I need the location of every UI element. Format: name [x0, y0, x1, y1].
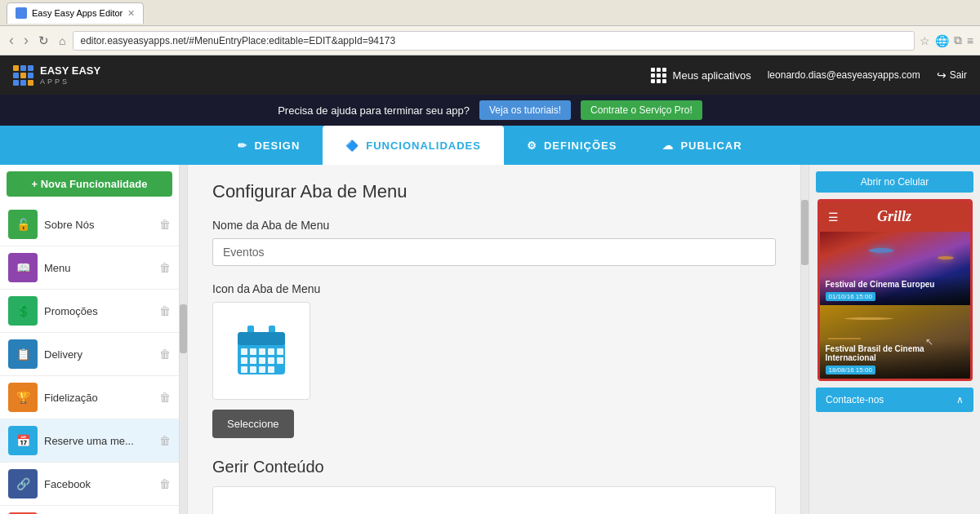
svg-rect-3: [238, 332, 285, 345]
contacte-label: Contacte-nos: [826, 394, 884, 405]
preview-panel: Abrir no Celular ☰ Grillz Festival de Ci…: [808, 165, 980, 514]
browser-nav: ‹ › ↻ ⌂ ☆ 🌐 ⧉ ≡: [0, 26, 980, 55]
logo-area: EASY EASY APPS: [13, 64, 100, 86]
event-1-overlay: Festival de Cinema Europeu 01/10/16 15:0…: [820, 276, 970, 305]
phone-header: ☰ Grillz: [820, 202, 970, 232]
pro-button[interactable]: Contrate o Serviço Pro!: [581, 100, 702, 120]
nome-field-label: Nome da Aba de Menu: [212, 219, 776, 232]
meus-aplicativos-button[interactable]: Meus aplicativos: [651, 68, 751, 83]
nav-home-button[interactable]: ⌂: [56, 34, 68, 47]
sidebar-item-fidelizacao[interactable]: 🏆 Fidelização 🗑: [0, 376, 179, 419]
svg-rect-11: [259, 357, 265, 364]
abrir-celular-button[interactable]: Abrir no Celular: [816, 171, 973, 193]
event-2-overlay: Festival Brasil de Cinema Internacional …: [820, 340, 970, 379]
sobre-nos-label: Sobre Nós: [44, 219, 153, 231]
publicar-icon: ☁: [662, 140, 674, 152]
menu-icon[interactable]: ≡: [967, 34, 973, 47]
icon-field-label: Icon da Aba de Menu: [212, 282, 776, 295]
nav-tabs-bar: ✏ DESIGN 🔷 FUNCIONALIDADES ⚙ DEFINIÇÕES …: [0, 126, 980, 165]
seleccione-button[interactable]: Seleccione: [212, 410, 294, 438]
reserve-delete-icon[interactable]: 🗑: [159, 434, 171, 447]
nav-refresh-button[interactable]: ↻: [36, 33, 51, 48]
apps-label: Meus aplicativos: [673, 69, 751, 82]
sidebar-item-menu[interactable]: 📖 Menu 🗑: [0, 246, 179, 290]
sair-button[interactable]: ↪ Sair: [937, 69, 967, 82]
svg-rect-12: [268, 357, 274, 364]
content-area: Configurar Aba de Menu Nome da Aba de Me…: [188, 165, 800, 514]
tutorials-button[interactable]: Veja os tutoriais!: [479, 100, 571, 120]
logo-main-text: EASY EASY: [40, 64, 100, 78]
sidebar-item-sobre-nos[interactable]: 🔓 Sobre Nós 🗑: [0, 203, 179, 246]
promocoes-icon: 💲: [8, 296, 38, 326]
tab-definicoes[interactable]: ⚙ DEFINIÇÕES: [504, 126, 639, 165]
funcionalidades-icon: 🔷: [345, 140, 359, 152]
menu-label: Menu: [44, 262, 153, 274]
event-1-image: Festival de Cinema Europeu 01/10/16 15:0…: [820, 232, 970, 305]
event-2-date: 18/08/16 15:00: [826, 366, 875, 374]
sair-label: Sair: [950, 69, 967, 81]
promocoes-label: Promoções: [44, 305, 153, 317]
gerir-title: Gerir Conteúdo: [212, 458, 776, 476]
facebook-label: Facebook: [44, 478, 153, 490]
delivery-delete-icon[interactable]: 🗑: [159, 348, 171, 361]
sidebar: + Nova Funcionalidade 🔓 Sobre Nós 🗑 📖 Me…: [0, 165, 180, 514]
svg-rect-5: [250, 348, 256, 355]
sidebar-item-promocoes[interactable]: 💲 Promoções 🗑: [0, 290, 179, 333]
window-icon[interactable]: ⧉: [954, 33, 962, 47]
reserve-icon: 📅: [8, 426, 38, 455]
svg-rect-13: [277, 357, 283, 364]
phone-app-title: Grillz: [877, 208, 911, 225]
sobre-nos-icon: 🔓: [8, 210, 38, 239]
facebook-icon: 🔗: [8, 469, 38, 498]
tab-close-icon[interactable]: ✕: [127, 8, 135, 19]
content-scroll[interactable]: [800, 165, 808, 514]
sidebar-item-fotos[interactable]: 🖼 Fotos 🗑: [0, 506, 179, 514]
bookmark-icon[interactable]: ☆: [920, 34, 930, 47]
sair-icon: ↪: [937, 69, 947, 82]
sidebar-item-facebook[interactable]: 🔗 Facebook 🗑: [0, 463, 179, 506]
nav-back-button[interactable]: ‹: [7, 32, 16, 49]
nav-forward-button[interactable]: ›: [21, 32, 31, 49]
svg-rect-7: [268, 348, 274, 355]
sidebar-item-reserve[interactable]: 📅 Reserve uma me... 🗑: [0, 419, 179, 463]
globe-icon[interactable]: 🌐: [935, 34, 949, 47]
funcionalidades-label: FUNCIONALIDADES: [366, 140, 481, 152]
tab-design[interactable]: ✏ DESIGN: [215, 126, 323, 165]
address-bar[interactable]: [73, 31, 914, 51]
logo-grid-icon: [13, 65, 33, 86]
nome-field-group: Nome da Aba de Menu: [212, 219, 776, 266]
design-label: DESIGN: [254, 140, 300, 152]
sidebar-scroll[interactable]: [180, 165, 188, 514]
gerir-section: Gerir Conteúdo: [212, 458, 776, 514]
event-2-title: Festival Brasil de Cinema Internacional: [826, 344, 964, 362]
svg-rect-8: [277, 348, 283, 355]
menu-icon-sidebar: 📖: [8, 253, 38, 282]
promocoes-delete-icon[interactable]: 🗑: [159, 304, 171, 317]
facebook-delete-icon[interactable]: 🗑: [159, 477, 171, 490]
contacte-nos-bar[interactable]: Contacte-nos ∧: [816, 388, 973, 412]
tab-publicar[interactable]: ☁ PUBLICAR: [639, 126, 764, 165]
tab-funcionalidades[interactable]: 🔷 FUNCIONALIDADES: [323, 126, 504, 165]
section-title: Configurar Aba de Menu: [212, 181, 776, 202]
sobre-nos-delete-icon[interactable]: 🗑: [159, 218, 171, 231]
browser-tab[interactable]: Easy Easy Apps Editor ✕: [7, 2, 144, 24]
svg-rect-10: [250, 357, 256, 364]
calendar-icon: [233, 322, 290, 379]
browser-chrome: Easy Easy Apps Editor ✕: [0, 0, 980, 26]
nova-funcionalidade-button[interactable]: + Nova Funcionalidade: [7, 171, 172, 197]
svg-rect-15: [250, 366, 256, 373]
nome-field-input[interactable]: [212, 238, 776, 266]
menu-delete-icon[interactable]: 🗑: [159, 261, 171, 274]
delivery-label: Delivery: [44, 348, 153, 361]
gerir-content-area: [212, 486, 776, 514]
sidebar-item-delivery[interactable]: 📋 Delivery 🗑: [0, 333, 179, 376]
phone-hamburger-icon: ☰: [828, 210, 839, 224]
app-header: EASY EASY APPS Meus aplicativos leonardo…: [0, 55, 980, 95]
fidelizacao-delete-icon[interactable]: 🗑: [159, 391, 171, 404]
svg-rect-6: [259, 348, 265, 355]
apps-grid-icon: [651, 68, 666, 83]
header-right: Meus aplicativos leonardo.dias@easyeasya…: [651, 68, 967, 83]
icon-field-group: Icon da Aba de Menu: [212, 282, 776, 438]
svg-rect-14: [241, 366, 247, 373]
user-email: leonardo.dias@easyeasyapps.com: [768, 69, 920, 81]
